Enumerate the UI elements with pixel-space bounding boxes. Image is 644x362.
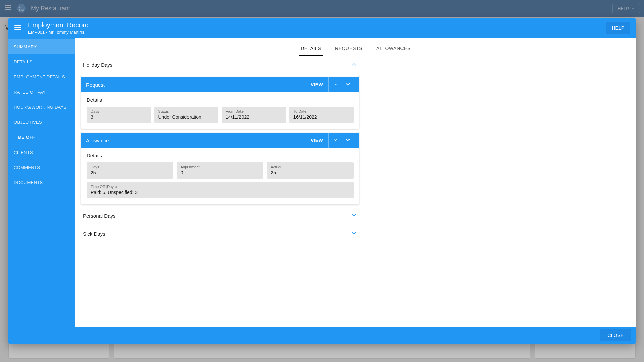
chevron-down-icon — [351, 230, 357, 238]
field-to-date: To Date 16/11/2022 — [289, 107, 354, 123]
chevron-up-icon — [351, 61, 357, 69]
dialog-sidebar: SUMMARY DETAILS EMPLOYMENT DETAILS RATES… — [8, 38, 75, 327]
sidebar-item-label: DETAILS — [14, 59, 32, 64]
field-label: From Date — [226, 109, 282, 113]
field-allowance-days: Days 25 — [87, 162, 173, 179]
dialog-help-button[interactable]: HELP — [606, 22, 630, 34]
sidebar-item-label: RATES OF PAY — [14, 89, 46, 95]
field-status: Status Under Consideration — [154, 107, 219, 123]
divider — [328, 133, 329, 148]
section-personal-days[interactable]: Personal Days — [81, 207, 359, 225]
chevron-down-small-icon[interactable] — [330, 82, 341, 88]
field-label: Time Off (Days) — [91, 185, 350, 189]
details-heading: Details — [87, 97, 354, 103]
request-view-button[interactable]: VIEW — [307, 80, 327, 89]
sidebar-item-label: EMPLOYMENT DETAILS — [14, 74, 65, 79]
allowance-card-bar: Allowance VIEW — [81, 133, 359, 148]
section-title: Holiday Days — [83, 62, 112, 68]
field-value: Paid: 5, Unspecified: 3 — [91, 190, 350, 195]
chevron-down-icon — [351, 212, 357, 220]
sidebar-item-hours-working-days[interactable]: HOURS/WORKING DAYS — [8, 100, 75, 115]
field-value: 25 — [91, 170, 169, 175]
dialog-title: Employment Record — [28, 21, 600, 29]
field-value: 14/11/2022 — [226, 114, 282, 120]
field-label: Days — [91, 109, 147, 113]
dialog-subtitle: EMP001 - Mr Tommy Martins — [28, 29, 600, 35]
allowance-view-button[interactable]: VIEW — [307, 136, 327, 145]
tab-allowances[interactable]: ALLOWANCES — [374, 41, 413, 56]
allowance-card: Allowance VIEW Details — [81, 133, 359, 205]
field-adjustment: Adjustment 0 — [177, 162, 264, 179]
dialog-hamburger-icon[interactable] — [14, 23, 22, 33]
tab-label: DETAILS — [301, 46, 321, 51]
field-value: 25 — [271, 170, 350, 175]
content-tabs: DETAILS REQUESTS ALLOWANCES — [75, 38, 636, 56]
sidebar-item-label: HOURS/WORKING DAYS — [14, 105, 67, 110]
tab-requests[interactable]: REQUESTS — [333, 41, 364, 56]
sidebar-item-label: DOCUMENTS — [14, 180, 43, 185]
chevron-down-small-icon[interactable] — [330, 138, 341, 143]
section-title: Personal Days — [83, 213, 116, 219]
sidebar-item-rates-of-pay[interactable]: RATES OF PAY — [8, 84, 75, 100]
field-label: Days — [91, 165, 169, 169]
field-value: 3 — [91, 114, 147, 120]
tab-details[interactable]: DETAILS — [299, 41, 323, 56]
tab-label: ALLOWANCES — [376, 46, 411, 51]
details-heading: Details — [87, 153, 354, 158]
field-label: To Date — [293, 109, 350, 113]
card-title: Request — [86, 82, 105, 88]
tab-label: REQUESTS — [335, 46, 362, 51]
dialog-content: DETAILS REQUESTS ALLOWANCES Holiday Days… — [75, 38, 636, 327]
sidebar-item-comments[interactable]: COMMENTS — [8, 160, 75, 175]
sidebar-item-employment-details[interactable]: EMPLOYMENT DETAILS — [8, 69, 75, 84]
sidebar-item-label: CLIENTS — [14, 150, 33, 155]
sidebar-item-documents[interactable]: DOCUMENTS — [8, 175, 75, 190]
sidebar-item-label: OBJECTIVES — [14, 120, 42, 125]
sidebar-item-label: TIME OFF — [14, 135, 35, 140]
sidebar-item-summary[interactable]: SUMMARY — [8, 39, 75, 54]
sidebar-item-details[interactable]: DETAILS — [8, 54, 75, 69]
field-value: 0 — [181, 170, 260, 175]
field-from-date: From Date 14/11/2022 — [222, 107, 286, 123]
sidebar-item-objectives[interactable]: OBJECTIVES — [8, 115, 75, 130]
chevron-down-icon[interactable] — [341, 137, 354, 144]
field-label: Status — [158, 109, 215, 113]
section-sick-days[interactable]: Sick Days — [81, 225, 359, 243]
divider — [328, 77, 329, 92]
dialog-footer: CLOSE — [8, 327, 636, 344]
field-label: Adjustment — [181, 165, 260, 169]
section-holiday-days[interactable]: Holiday Days — [81, 56, 359, 74]
employment-record-dialog: Employment Record EMP001 - Mr Tommy Mart… — [8, 18, 636, 344]
field-actual: Actual 25 — [267, 162, 354, 179]
field-value: 16/11/2022 — [293, 114, 350, 120]
sidebar-item-time-off[interactable]: TIME OFF — [8, 130, 75, 145]
dialog-header: Employment Record EMP001 - Mr Tommy Mart… — [8, 18, 636, 38]
chevron-down-icon[interactable] — [341, 81, 354, 88]
field-value: Under Consideration — [158, 114, 215, 120]
close-button[interactable]: CLOSE — [600, 329, 631, 341]
sidebar-item-label: SUMMARY — [14, 44, 37, 49]
card-title: Allowance — [86, 138, 109, 143]
section-title: Sick Days — [83, 231, 105, 237]
field-time-off-days: Time Off (Days) Paid: 5, Unspecified: 3 — [87, 182, 354, 198]
request-card: Request VIEW Details — [81, 77, 359, 129]
sidebar-item-clients[interactable]: CLIENTS — [8, 145, 75, 160]
request-card-bar: Request VIEW — [81, 77, 359, 92]
sidebar-item-label: COMMENTS — [14, 165, 40, 170]
field-label: Actual — [271, 165, 350, 169]
field-days: Days 3 — [87, 107, 151, 123]
